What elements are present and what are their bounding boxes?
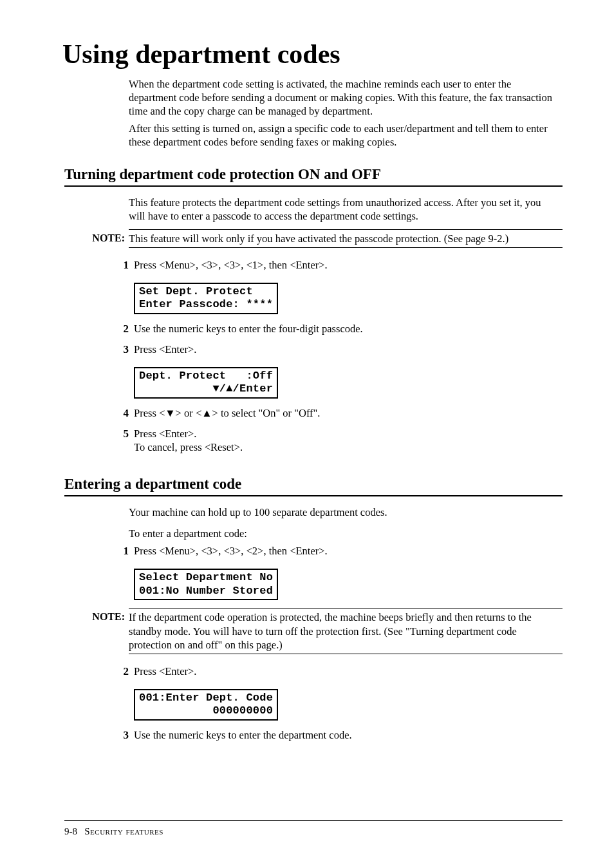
note-bottom-rule [129, 654, 563, 654]
step-number: 1 [116, 258, 129, 272]
step-number: 2 [116, 665, 129, 679]
lcd-display: Select Department No001:No Number Stored [134, 569, 278, 600]
step-number: 5 [116, 427, 129, 441]
intro-para-1: When the department code setting is acti… [129, 77, 556, 118]
step-number: 2 [116, 322, 129, 336]
step-text: Press <Enter>. [134, 665, 196, 678]
section-2-heading: Entering a department code [64, 476, 563, 493]
note-bottom-rule [129, 247, 563, 248]
step-row: 3 Press <Enter>. [116, 343, 563, 357]
page-title: Using department codes [62, 39, 563, 70]
step-text: Press <Enter>. To cancel, press <Reset>. [134, 427, 243, 454]
step-number: 3 [116, 728, 129, 742]
step-text: Press <Menu>, <3>, <3>, <2>, then <Enter… [134, 544, 328, 558]
step-text: Press <▼> or <▲> to select "On" or "Off"… [134, 406, 320, 420]
lcd-line-2: 000000000 [139, 704, 273, 718]
step-text: Press <Enter>. [134, 343, 196, 356]
step-row: 2 Use the numeric keys to enter the four… [116, 322, 563, 336]
step-number: 1 [116, 544, 129, 558]
section-2-steps-a: 1 Press <Menu>, <3>, <3>, <2>, then <Ent… [64, 544, 563, 600]
step-text-line-1: Press <Enter>. [134, 428, 196, 440]
lcd-line-2: ▼/▲/Enter [139, 382, 273, 396]
heading-rule [64, 495, 563, 496]
footer-rule [64, 820, 563, 821]
step-number: 3 [116, 343, 129, 357]
step-text: Use the numeric keys to enter the depart… [134, 728, 352, 742]
section-2-steps-b: 2 Press <Enter>. 001:Enter Dept. Code 00… [64, 665, 563, 742]
note-block-2: NOTE: If the department code operation i… [64, 608, 563, 654]
step-row: 5 Press <Enter>. To cancel, press <Reset… [116, 427, 563, 454]
heading-rule [64, 185, 563, 187]
step-row: 4 Press <▼> or <▲> to select "On" or "Of… [116, 406, 563, 420]
note-text: If the department code operation is prot… [129, 610, 563, 651]
step-text-line-2: To cancel, press <Reset>. [134, 441, 243, 453]
page-number: 9-8 [64, 826, 77, 836]
footer-label: Security features [84, 826, 163, 836]
step-row: 1 Press <Menu>, <3>, <3>, <2>, then <Ent… [116, 544, 563, 558]
note-label: NOTE: [64, 232, 129, 244]
note-text: This feature will work only if you have … [129, 232, 515, 245]
section-1: Turning department code protection ON an… [64, 166, 563, 454]
section-1-steps: 1 Press <Menu>, <3>, <3>, <1>, then <Ent… [64, 258, 563, 454]
lcd-display: Dept. Protect :Off ▼/▲/Enter [134, 367, 278, 399]
step-row: 2 Press <Enter>. [116, 665, 563, 679]
lcd-display: 001:Enter Dept. Code 000000000 [134, 689, 278, 721]
step-number: 4 [116, 406, 129, 420]
page-footer: 9-8 Security features [64, 820, 563, 837]
lcd-line-2: Enter Passcode: **** [139, 298, 273, 312]
section-1-heading: Turning department code protection ON an… [64, 166, 563, 183]
step-row: 3 Use the numeric keys to enter the depa… [116, 728, 563, 742]
intro-block: When the department code setting is acti… [129, 77, 556, 149]
lcd-line-1: Dept. Protect :Off [139, 370, 273, 382]
lcd-line-2: 001:No Number Stored [139, 585, 273, 598]
step-text: Use the numeric keys to enter the four-d… [134, 322, 363, 335]
lcd-line-1: Set Dept. Protect [139, 285, 253, 297]
section-2-para-2: To enter a department code: [129, 527, 556, 540]
step-text: Press <Menu>, <3>, <3>, <1>, then <Enter… [134, 258, 328, 272]
lcd-line-1: Select Department No [139, 571, 273, 583]
section-2-para-1: Your machine can hold up to 100 separate… [129, 505, 556, 519]
section-2: Entering a department code Your machine … [64, 476, 563, 742]
lcd-line-1: 001:Enter Dept. Code [139, 692, 273, 704]
intro-para-2: After this setting is turned on, assign … [129, 122, 556, 149]
step-row: 1 Press <Menu>, <3>, <3>, <1>, then <Ent… [116, 258, 563, 272]
note-block-1: NOTE: This feature will work only if you… [64, 229, 563, 248]
footer-text: 9-8 Security features [64, 826, 563, 837]
note-label: NOTE: [64, 610, 129, 623]
section-1-intro: This feature protects the department cod… [129, 196, 556, 223]
lcd-display: Set Dept. ProtectEnter Passcode: **** [134, 283, 278, 314]
